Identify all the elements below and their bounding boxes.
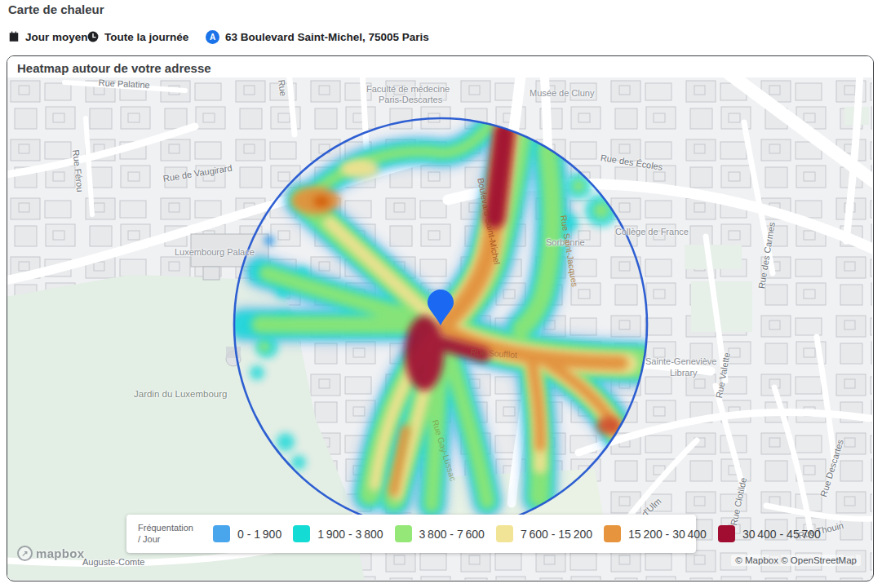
legend-swatch: [718, 525, 735, 542]
address-label: 63 Boulevard Saint-Michel, 75005 Paris: [225, 31, 429, 43]
panel-title: Heatmap autour de votre adresse: [7, 56, 873, 77]
mapbox-icon: ↗: [17, 546, 33, 561]
time-filter-label: Toute la journée: [104, 31, 188, 43]
day-filter-label: Jour moyen: [25, 31, 88, 43]
legend-swatch: [395, 525, 412, 542]
legend-item: 1 900 - 3 800: [293, 525, 383, 542]
legend-title: Fréquentation / Jour: [138, 523, 202, 546]
address-chip[interactable]: A 63 Boulevard Saint-Michel, 75005 Paris: [206, 28, 429, 46]
legend-swatch: [293, 525, 310, 542]
time-filter-button[interactable]: Toute la journée: [87, 28, 188, 46]
mapbox-wordmark: mapbox: [36, 546, 84, 560]
legend-item: 0 - 1 900: [213, 525, 281, 542]
legend-item: 3 800 - 7 600: [395, 525, 485, 542]
heatmap-legend: Fréquentation / Jour 0 - 1 900 1 900 - 3…: [126, 515, 696, 553]
legend-item: 7 600 - 15 200: [496, 525, 592, 542]
heatmap-panel: Heatmap autour de votre adresse: [7, 55, 874, 581]
mapbox-logo[interactable]: ↗ mapbox: [17, 546, 84, 561]
day-filter-button[interactable]: Jour moyen: [8, 28, 88, 46]
toolbar: Jour moyen Toute la journée A 63 Bouleva…: [0, 28, 882, 46]
legend-item: 30 400 - 45 700: [718, 525, 821, 542]
clock-icon: [87, 31, 99, 42]
map-attribution[interactable]: © Mapbox © OpenStreetMap: [731, 555, 861, 566]
address-badge-icon: A: [206, 30, 219, 44]
legend-swatch: [604, 525, 621, 542]
page-title: Carte de chaleur: [8, 2, 104, 16]
legend-swatch: [496, 525, 513, 542]
legend-swatch: [213, 525, 230, 542]
calendar-icon: [8, 31, 20, 42]
map-canvas[interactable]: Rue Palatine Rue Férou Rue de Vaugirard …: [7, 77, 872, 580]
map-base-svg: [7, 77, 872, 580]
legend-item: 15 200 - 30 400: [604, 525, 707, 542]
